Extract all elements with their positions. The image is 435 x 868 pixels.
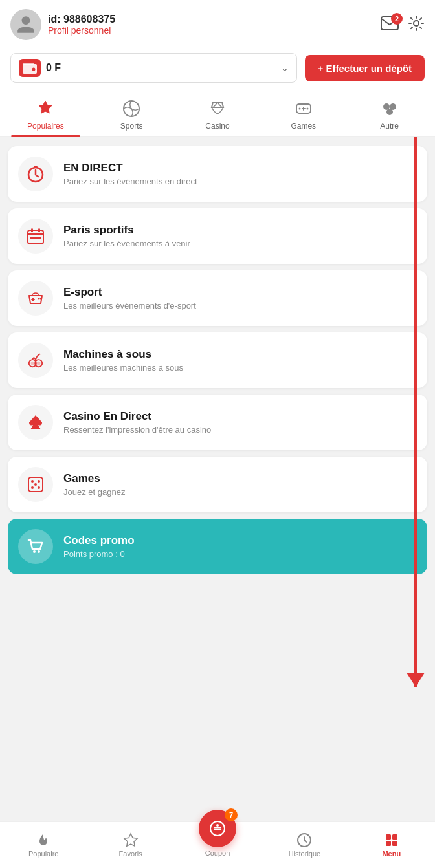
svg-point-35	[38, 486, 40, 489]
tab-sports[interactable]: Sports	[89, 92, 175, 136]
header: id: 988608375 Profil personnel 2	[0, 0, 435, 47]
svg-rect-21	[34, 237, 38, 239]
coupon-button[interactable]: 7	[199, 810, 236, 847]
svg-rect-41	[214, 829, 221, 831]
bottom-nav-historique[interactable]: Historique	[261, 827, 348, 863]
games-title: Games	[63, 472, 125, 485]
svg-point-30	[37, 362, 41, 365]
svg-point-9	[306, 108, 308, 110]
casino-direct-text: Casino En Direct Ressentez l'impression …	[63, 410, 211, 435]
header-right: 2	[381, 15, 425, 34]
casino-icon	[207, 98, 228, 119]
svg-rect-3	[23, 63, 34, 65]
machines-sous-text: Machines à sous Les meilleures machines …	[63, 348, 183, 373]
svg-point-39	[210, 821, 225, 836]
machines-sous-title: Machines à sous	[63, 348, 183, 361]
balance-bar: 0 F ⌄ + Effectuer un dépôt	[0, 47, 435, 92]
avatar[interactable]	[10, 9, 41, 40]
tab-casino-label: Casino	[205, 122, 229, 131]
menu-card-en-direct[interactable]: EN DIRECT Pariez sur les événements en d…	[8, 146, 427, 202]
svg-rect-11	[302, 108, 306, 109]
bottom-nav-favoris-label: Favoris	[119, 850, 142, 858]
svg-rect-44	[386, 834, 391, 840]
games-icon	[293, 98, 314, 119]
e-sport-text: E-sport Les meilleurs événements d'e-spo…	[63, 286, 196, 310]
bottom-nav-historique-label: Historique	[289, 850, 321, 858]
bottom-nav-populaire[interactable]: Populaire	[0, 827, 87, 863]
en-direct-text: EN DIRECT Pariez sur les événements en d…	[63, 162, 197, 186]
e-sport-title: E-sport	[63, 286, 196, 299]
tab-games[interactable]: Games	[260, 92, 346, 136]
promo-icon-wrap	[18, 529, 53, 564]
casino-direct-subtitle: Ressentez l'impression d'être au casino	[63, 425, 211, 435]
svg-point-26	[40, 298, 42, 300]
menu-card-games[interactable]: Games Jouez et gagnez	[8, 457, 427, 512]
tab-casino[interactable]: Casino	[175, 92, 261, 136]
bottom-nav-coupon[interactable]: 7 Coupon	[174, 805, 261, 862]
populaires-icon	[35, 98, 56, 119]
svg-rect-20	[30, 237, 34, 239]
mail-icon-wrap[interactable]: 2	[381, 16, 399, 33]
svg-point-8	[298, 108, 300, 110]
svg-rect-19	[38, 228, 40, 232]
svg-point-34	[31, 486, 34, 489]
menu-card-paris-sportifs[interactable]: Paris sportifs Pariez sur les événements…	[8, 208, 427, 264]
red-arrow	[414, 137, 417, 687]
settings-icon[interactable]	[408, 15, 425, 34]
tab-autre[interactable]: Autre	[346, 92, 432, 136]
sports-icon	[121, 98, 142, 119]
gamepad-icon	[27, 289, 45, 307]
menu-card-machines-sous[interactable]: Machines à sous Les meilleures machines …	[8, 332, 427, 388]
casino-direct-icon-wrap	[18, 405, 53, 440]
svg-point-1	[414, 21, 419, 26]
menu-card-casino-direct[interactable]: Casino En Direct Ressentez l'impression …	[8, 395, 427, 450]
bottom-nav: Populaire Favoris 7 Coupon Historique	[0, 821, 435, 868]
profile-link[interactable]: Profil personnel	[48, 25, 115, 36]
tab-sports-label: Sports	[120, 122, 143, 131]
coupon-icon	[208, 819, 227, 838]
timer-icon	[27, 165, 45, 183]
svg-rect-22	[38, 237, 41, 239]
svg-point-38	[38, 550, 40, 553]
svg-point-4	[32, 68, 36, 71]
tab-games-label: Games	[291, 122, 316, 131]
wallet-icon	[19, 59, 41, 77]
svg-point-14	[386, 109, 393, 115]
e-sport-subtitle: Les meilleurs événements d'e-sport	[63, 301, 196, 310]
e-sport-icon-wrap	[18, 281, 53, 316]
bottom-nav-menu-label: Menu	[382, 850, 401, 858]
svg-point-37	[33, 550, 36, 553]
machines-sous-icon-wrap	[18, 343, 53, 378]
paris-sportifs-text: Paris sportifs Pariez sur les événements…	[63, 224, 190, 248]
promo-subtitle: Points promo : 0	[63, 549, 135, 559]
tab-populaires[interactable]: Populaires	[3, 92, 89, 136]
paris-sportifs-icon-wrap	[18, 219, 53, 254]
bottom-nav-menu[interactable]: Menu	[348, 827, 435, 863]
svg-rect-18	[31, 228, 33, 232]
grid-icon	[384, 832, 399, 848]
tab-populaires-label: Populaires	[27, 122, 64, 131]
en-direct-title: EN DIRECT	[63, 162, 197, 175]
header-info: id: 988608375 Profil personnel	[48, 14, 115, 36]
tab-autre-label: Autre	[380, 122, 399, 131]
svg-rect-16	[34, 166, 38, 168]
promo-card[interactable]: Codes promo Points promo : 0	[8, 519, 427, 574]
svg-point-36	[34, 483, 37, 486]
bottom-nav-coupon-label: Coupon	[205, 849, 230, 857]
machines-sous-subtitle: Les meilleures machines à sous	[63, 363, 183, 373]
dice-icon	[27, 475, 45, 494]
fire-icon	[36, 832, 51, 848]
svg-rect-24	[31, 299, 35, 300]
user-id: id: 988608375	[48, 14, 115, 25]
nav-tabs: Populaires Sports Casino	[0, 92, 435, 137]
promo-text: Codes promo Points promo : 0	[63, 534, 135, 559]
svg-point-33	[38, 480, 40, 483]
svg-rect-40	[214, 827, 221, 829]
svg-point-32	[31, 480, 34, 483]
paris-sportifs-subtitle: Pariez sur les événements à venir	[63, 239, 190, 248]
menu-card-e-sport[interactable]: E-sport Les meilleurs événements d'e-spo…	[8, 270, 427, 326]
deposit-button[interactable]: + Effectuer un dépôt	[305, 55, 425, 81]
balance-select[interactable]: 0 F ⌄	[10, 53, 297, 83]
bottom-nav-favoris[interactable]: Favoris	[87, 827, 173, 863]
svg-point-29	[31, 362, 35, 365]
